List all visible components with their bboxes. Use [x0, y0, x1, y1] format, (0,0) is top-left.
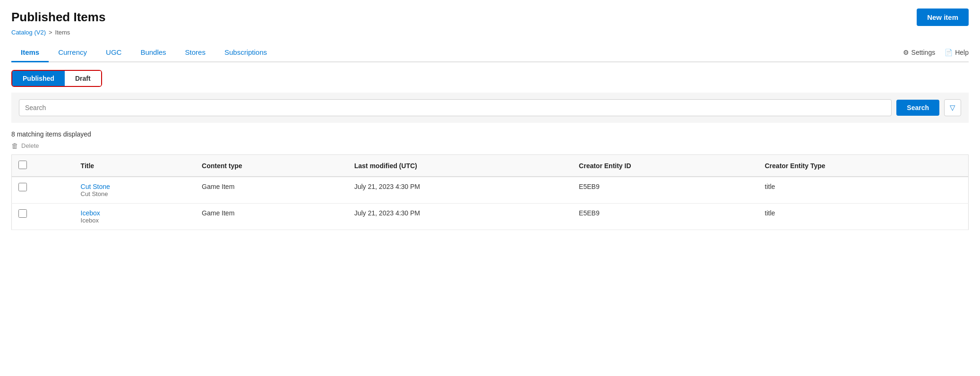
tab-ugc[interactable]: UGC — [96, 43, 131, 62]
published-button[interactable]: Published — [12, 71, 65, 86]
tabs-container: Items Currency UGC Bundles Stores Subscr… — [11, 43, 276, 61]
row-title-link[interactable]: Icebox — [81, 209, 100, 217]
tab-items[interactable]: Items — [11, 43, 49, 62]
settings-label: Settings — [911, 49, 936, 56]
tab-stores[interactable]: Stores — [176, 43, 215, 62]
row-title-link[interactable]: Cut Stone — [81, 183, 110, 190]
breadcrumb-separator: > — [49, 29, 52, 36]
row-title: Icebox Icebox — [74, 204, 195, 230]
new-item-button[interactable]: New item — [917, 9, 969, 26]
page-wrapper: Published Items New item Catalog (V2) > … — [0, 0, 980, 239]
results-count: 8 matching items displayed — [11, 130, 969, 138]
row-title: Cut Stone Cut Stone — [74, 177, 195, 204]
header-row: Published Items New item — [11, 9, 969, 26]
col-checkbox — [12, 155, 74, 177]
row-checkbox-cell — [12, 177, 74, 204]
breadcrumb: Catalog (V2) > Items — [11, 29, 969, 36]
gear-icon — [903, 49, 909, 56]
breadcrumb-current: Items — [55, 29, 70, 36]
row-creator-entity-id: E5EB9 — [572, 177, 758, 204]
row-checkbox-cell — [12, 204, 74, 230]
col-last-modified: Last modified (UTC) — [348, 155, 572, 177]
row-last-modified: July 21, 2023 4:30 PM — [348, 177, 572, 204]
delete-label: Delete — [21, 142, 39, 149]
tab-subscriptions[interactable]: Subscriptions — [215, 43, 276, 62]
col-creator-entity-type: Creator Entity Type — [758, 155, 969, 177]
row-creator-entity-type: title — [758, 177, 969, 204]
row-creator-entity-id: E5EB9 — [572, 204, 758, 230]
row-last-modified: July 21, 2023 4:30 PM — [348, 204, 572, 230]
table-row: Icebox Icebox Game Item July 21, 2023 4:… — [12, 204, 969, 230]
table-row: Cut Stone Cut Stone Game Item July 21, 2… — [12, 177, 969, 204]
col-content-type: Content type — [195, 155, 348, 177]
tab-bundles[interactable]: Bundles — [131, 43, 175, 62]
tab-currency[interactable]: Currency — [49, 43, 96, 62]
tabs-right: Settings Help — [903, 49, 969, 56]
doc-icon — [945, 49, 953, 56]
help-label: Help — [955, 49, 969, 56]
row-content-type: Game Item — [195, 204, 348, 230]
filter-button[interactable]: ▽ — [944, 99, 961, 116]
breadcrumb-parent[interactable]: Catalog (V2) — [11, 29, 46, 36]
row-subtitle: Cut Stone — [81, 190, 189, 197]
row-creator-entity-type: title — [758, 204, 969, 230]
select-all-checkbox[interactable] — [18, 161, 27, 169]
filter-icon: ▽ — [950, 103, 955, 112]
help-button[interactable]: Help — [945, 49, 969, 56]
row-checkbox[interactable] — [18, 183, 27, 191]
row-content-type: Game Item — [195, 177, 348, 204]
status-bar: Published Draft — [11, 62, 969, 93]
search-button[interactable]: Search — [896, 100, 939, 116]
row-subtitle: Icebox — [81, 217, 189, 224]
col-creator-entity-id: Creator Entity ID — [572, 155, 758, 177]
search-input[interactable] — [19, 99, 892, 116]
settings-button[interactable]: Settings — [903, 49, 936, 56]
row-checkbox[interactable] — [18, 209, 27, 218]
tabs-row: Items Currency UGC Bundles Stores Subscr… — [11, 43, 969, 62]
table-header-row: Title Content type Last modified (UTC) C… — [12, 155, 969, 177]
page-title: Published Items — [11, 10, 105, 25]
col-title: Title — [74, 155, 195, 177]
delete-icon: 🗑 — [11, 142, 18, 150]
status-buttons-group: Published Draft — [11, 70, 102, 87]
search-section: Search ▽ — [11, 93, 969, 123]
items-table: Title Content type Last modified (UTC) C… — [11, 154, 969, 230]
delete-row[interactable]: 🗑 Delete — [11, 142, 969, 150]
draft-button[interactable]: Draft — [65, 71, 101, 86]
